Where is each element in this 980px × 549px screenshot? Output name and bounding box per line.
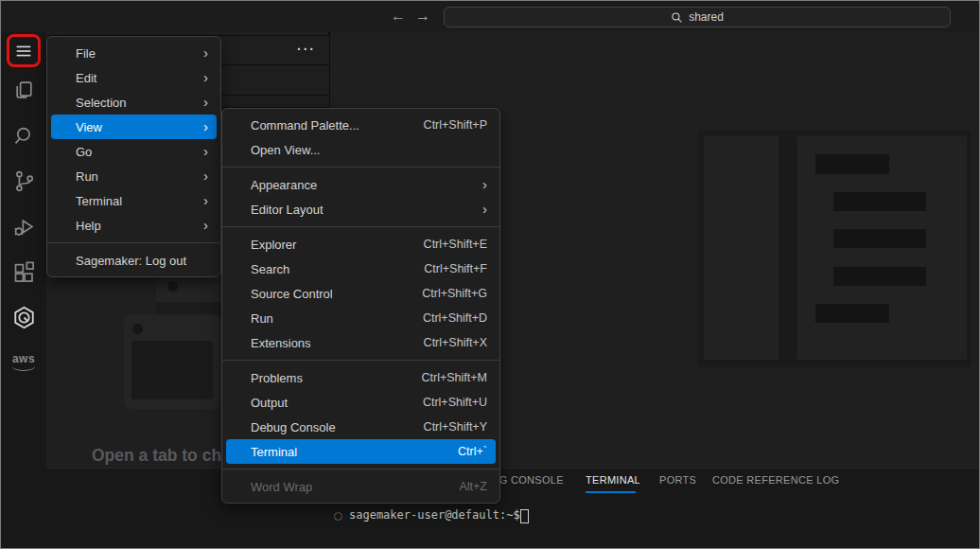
submenu-item-source-control[interactable]: Source Control Ctrl+Shift+G	[222, 281, 499, 306]
chevron-right-icon: ›	[203, 46, 208, 60]
submenu-item-label: Output	[251, 396, 400, 410]
menu-separator	[222, 360, 499, 361]
submenu-item-label: Explorer	[251, 238, 401, 252]
tab-code-reference-log[interactable]: CODE REFERENCE LOG	[712, 474, 839, 489]
view-submenu: Command Palette... Ctrl+Shift+P Open Vie…	[221, 108, 500, 504]
submenu-item-appearance[interactable]: Appearance ›	[222, 172, 499, 197]
shortcut-label: Ctrl+Shift+U	[423, 396, 487, 409]
watermark-sidebar-panel	[704, 136, 779, 360]
menu-separator	[222, 167, 499, 168]
command-center-search[interactable]: shared	[444, 7, 951, 27]
title-bar: ← → shared	[1, 1, 979, 32]
menu-separator	[47, 242, 220, 243]
navigate-forward-icon[interactable]: →	[413, 7, 432, 26]
shortcut-label: Ctrl+Shift+X	[424, 336, 487, 349]
watermark-bar	[833, 267, 926, 286]
submenu-item-label: Word Wrap	[251, 480, 436, 494]
watermark-bar	[833, 192, 926, 211]
shortcut-label: Ctrl+Shift+Y	[424, 420, 487, 434]
code-editor-window: ← → shared ··· Open a tab to cha + New t…	[0, 0, 980, 549]
shortcut-label: Alt+Z	[459, 480, 487, 493]
menu-item-run[interactable]: Run ›	[47, 164, 220, 188]
submenu-item-word-wrap[interactable]: Word Wrap Alt+Z	[222, 474, 499, 499]
shortcut-label: Ctrl+Shift+P	[424, 118, 487, 132]
application-menu: File › Edit › Selection › View › Go › Ru…	[46, 36, 221, 277]
menu-item-label: Go	[76, 145, 203, 159]
submenu-item-label: Command Palette...	[251, 118, 401, 133]
watermark-front-window-content	[131, 341, 213, 399]
submenu-item-label: Appearance	[251, 178, 482, 192]
tab-terminal[interactable]: TERMINAL	[586, 474, 640, 489]
submenu-item-terminal[interactable]: Terminal Ctrl+`	[226, 439, 496, 464]
menu-item-label: Run	[76, 169, 203, 184]
bottom-panel: DEBUG CONSOLE TERMINAL PORTS CODE REFERE…	[46, 468, 979, 549]
menu-item-label: Edit	[76, 71, 203, 85]
submenu-item-label: Source Control	[251, 287, 399, 301]
run-and-debug-icon[interactable]	[9, 212, 38, 240]
submenu-item-debug-console[interactable]: Debug Console Ctrl+Shift+Y	[222, 415, 499, 439]
submenu-item-problems[interactable]: Problems Ctrl+Shift+M	[222, 365, 499, 390]
chevron-right-icon: ›	[482, 178, 487, 191]
chevron-right-icon: ›	[203, 145, 208, 158]
menu-item-terminal[interactable]: Terminal ›	[47, 188, 220, 213]
chevron-right-icon: ›	[203, 96, 208, 109]
menu-separator	[222, 469, 499, 469]
submenu-item-editor-layout[interactable]: Editor Layout ›	[222, 197, 499, 221]
chevron-right-icon: ›	[482, 203, 487, 216]
tab-ports[interactable]: PORTS	[659, 474, 696, 489]
source-control-icon[interactable]	[9, 167, 38, 195]
sagemaker-icon[interactable]	[9, 303, 38, 331]
submenu-item-output[interactable]: Output Ctrl+Shift+U	[222, 390, 499, 415]
search-view-icon[interactable]	[9, 121, 38, 150]
menu-item-help[interactable]: Help ›	[47, 213, 220, 238]
terminal-prompt-icon	[334, 512, 342, 521]
menu-item-sagemaker-log-out[interactable]: Sagemaker: Log out	[47, 248, 220, 273]
menu-item-label: File	[76, 46, 203, 61]
menu-item-label: Help	[76, 219, 203, 233]
menu-item-label: Selection	[76, 96, 203, 110]
chevron-right-icon: ›	[203, 219, 208, 232]
submenu-item-command-palette[interactable]: Command Palette... Ctrl+Shift+P	[222, 113, 499, 137]
menu-item-file[interactable]: File ›	[47, 41, 220, 65]
menu-item-selection[interactable]: Selection ›	[47, 90, 220, 115]
activity-bar	[1, 32, 46, 549]
chevron-right-icon: ›	[203, 194, 208, 207]
chevron-right-icon: ›	[203, 71, 208, 84]
submenu-item-label: Problems	[251, 371, 399, 385]
submenu-item-label: Extensions	[251, 336, 401, 350]
menu-separator	[222, 226, 499, 227]
more-actions-icon[interactable]: ···	[290, 41, 323, 60]
navigate-back-icon[interactable]: ←	[389, 7, 408, 26]
menu-item-edit[interactable]: Edit ›	[47, 65, 220, 90]
shortcut-label: Ctrl+`	[458, 445, 487, 458]
shortcut-label: Ctrl+Shift+M	[422, 371, 487, 384]
submenu-item-label: Editor Layout	[251, 203, 482, 217]
chevron-right-icon: ›	[203, 120, 208, 133]
menu-item-view[interactable]: View ›	[51, 115, 217, 139]
watermark-bar	[815, 154, 889, 174]
search-icon	[671, 11, 683, 24]
extensions-icon[interactable]	[9, 257, 38, 286]
submenu-item-open-view[interactable]: Open View...	[222, 137, 499, 162]
terminal-prompt[interactable]: sagemaker-user@default:~$	[349, 508, 520, 522]
submenu-item-label: Debug Console	[251, 420, 401, 434]
aws-icon[interactable]: aws	[9, 348, 38, 377]
menu-item-go[interactable]: Go ›	[47, 139, 220, 164]
shortcut-label: Ctrl+Shift+E	[424, 238, 487, 251]
explorer-icon[interactable]	[9, 76, 38, 104]
watermark-bar	[815, 304, 889, 323]
submenu-item-explorer[interactable]: Explorer Ctrl+Shift+E	[222, 232, 499, 257]
chevron-right-icon: ›	[203, 169, 208, 183]
terminal-cursor	[520, 509, 529, 523]
shortcut-label: Ctrl+Shift+F	[424, 262, 487, 275]
submenu-item-extensions[interactable]: Extensions Ctrl+Shift+X	[222, 330, 499, 355]
submenu-item-label: Run	[251, 311, 400, 326]
menu-item-label: Terminal	[76, 194, 203, 208]
menu-item-label: View	[76, 120, 203, 134]
submenu-item-search[interactable]: Search Ctrl+Shift+F	[222, 257, 499, 281]
submenu-item-label: Search	[251, 262, 401, 276]
submenu-item-run[interactable]: Run Ctrl+Shift+D	[222, 306, 499, 330]
aws-logo-text: aws	[12, 354, 35, 364]
active-tab-underline	[586, 491, 636, 493]
watermark-layout-illustration	[698, 130, 971, 367]
